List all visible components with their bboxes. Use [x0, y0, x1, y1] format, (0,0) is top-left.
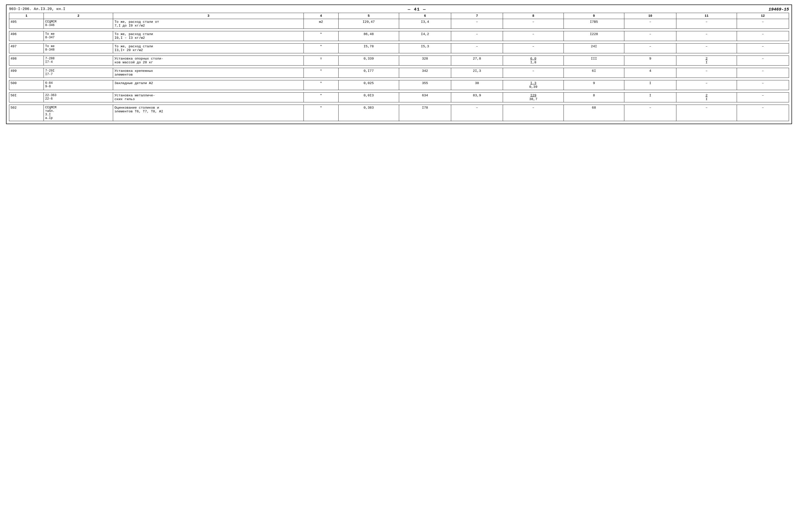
- row-col8: –: [503, 43, 564, 53]
- col5-header: 5: [338, 13, 399, 19]
- row-col11: 2I: [676, 93, 737, 102]
- col3-header: 3: [113, 13, 304, 19]
- row-number: 497: [9, 43, 44, 53]
- row-col9: 9: [564, 80, 624, 90]
- row-col11: –: [676, 19, 737, 29]
- row-code: То же 8-347: [44, 31, 113, 41]
- row-unit: ": [304, 31, 338, 41]
- row-col10: I: [624, 80, 677, 90]
- table-row: 495ССЦМСМ 8-346То же, расход стали от 7,…: [9, 19, 789, 29]
- row-col9: III: [564, 56, 624, 65]
- row-col7: –: [451, 43, 503, 53]
- row-description: То же, расход стали I0,I – I3 кг/м2: [113, 31, 304, 41]
- row-col6: I78: [399, 105, 451, 121]
- col4-header: 4: [304, 13, 338, 19]
- row-col11: –: [676, 31, 737, 41]
- header-right: 19469-15: [768, 7, 789, 12]
- row-col5: I5,78: [338, 43, 399, 53]
- row-col10: –: [624, 43, 677, 53]
- row-unit: ": [304, 80, 338, 90]
- row-code: 22-363 22-6: [44, 93, 113, 102]
- row-col6: I4,2: [399, 31, 451, 41]
- row-number: 500: [9, 80, 44, 90]
- row-col6: 634: [399, 93, 451, 102]
- row-unit: ": [304, 68, 338, 78]
- row-col6: I3,4: [399, 19, 451, 29]
- row-col12: –: [737, 68, 789, 78]
- header-left: 903-I-206. Ал.I3.20, кн.I: [9, 7, 65, 11]
- col10-header: 10: [624, 13, 677, 19]
- row-col7: –: [451, 105, 503, 121]
- row-number: 495: [9, 19, 44, 29]
- row-col12: –: [737, 93, 789, 102]
- row-col7: 27,8: [451, 56, 503, 65]
- row-col6: 355: [399, 80, 451, 90]
- row-col7: 2I,3: [451, 68, 503, 78]
- row-col11: –: [676, 105, 737, 121]
- row-description: Закладные детали А2: [113, 80, 304, 90]
- row-number: 502: [9, 105, 44, 121]
- row-col9: 6I: [564, 68, 624, 78]
- row-col8: –: [503, 68, 564, 78]
- row-col7: –: [451, 19, 503, 29]
- row-col11: –: [676, 68, 737, 78]
- row-col7: 38: [451, 80, 503, 90]
- row-col12: –: [737, 80, 789, 90]
- header-row: 1 2 3 4 5 6 7 8 9 10 11 12: [9, 13, 789, 19]
- row-number: 498: [9, 56, 44, 65]
- row-col7: 83,9: [451, 93, 503, 102]
- row-col9: 68: [564, 105, 624, 121]
- table-row: 497То же 8-348То же, расход стали I3,I+ …: [9, 43, 789, 53]
- row-col10: 9: [624, 56, 677, 65]
- row-code: ССЦМСМ табл. 3.I а.Iр: [44, 105, 113, 121]
- row-description: То же, расход стали I3,I+ 20 кг/м2: [113, 43, 304, 53]
- col11-header: 11: [676, 13, 737, 19]
- row-col9: 24I: [564, 43, 624, 53]
- row-unit: т: [304, 56, 338, 65]
- row-code: 7-288 I7-4: [44, 56, 113, 65]
- row-col12: –: [737, 56, 789, 65]
- row-col7: –: [451, 31, 503, 41]
- col7-header: 7: [451, 13, 503, 19]
- row-description: Установка крепежных элементов: [113, 68, 304, 78]
- row-col9: I228: [564, 31, 624, 41]
- row-description: Оцинкование столиков и элементов Т6, Т7,…: [113, 105, 304, 121]
- row-col8: –: [503, 19, 564, 29]
- col2-header: 2: [44, 13, 113, 19]
- row-col5: I29,47: [338, 19, 399, 29]
- row-col9: 8: [564, 93, 624, 102]
- header-center: — 41 —: [408, 7, 426, 12]
- row-col10: –: [624, 19, 677, 29]
- col6-header: 6: [399, 13, 451, 19]
- row-number: 496: [9, 31, 44, 41]
- row-number: 499: [9, 68, 44, 78]
- row-col5: 0,0I3: [338, 93, 399, 102]
- row-col8: –: [503, 105, 564, 121]
- table-row: 496То же 8-347То же, расход стали I0,I –…: [9, 31, 789, 41]
- row-col6: 328: [399, 56, 451, 65]
- row-unit: ": [304, 105, 338, 121]
- row-col10: 4: [624, 68, 677, 78]
- row-col5: 0,I77: [338, 68, 399, 78]
- row-col8: I,30,39: [503, 80, 564, 90]
- row-code: ССЦМСМ 8-346: [44, 19, 113, 29]
- row-col12: –: [737, 19, 789, 29]
- row-col11: 2I: [676, 56, 737, 65]
- table-row: 5006-84 9-8Закладные детали А2"0,0253553…: [9, 80, 789, 90]
- row-col5: 86,48: [338, 31, 399, 41]
- row-unit: ": [304, 93, 338, 102]
- row-col5: 0,339: [338, 56, 399, 65]
- row-code: То же 8-348: [44, 43, 113, 53]
- row-code: 7-29I I7-7: [44, 68, 113, 78]
- row-unit: м2: [304, 19, 338, 29]
- row-description: То же, расход стали от 7,I до I0 кг/м2: [113, 19, 304, 29]
- col1-header: 1: [9, 13, 44, 19]
- row-unit: ": [304, 43, 338, 53]
- col9-header: 9: [564, 13, 624, 19]
- row-description: Установка металличе- ских гильз: [113, 93, 304, 102]
- row-col6: 342: [399, 68, 451, 78]
- main-table: 1 2 3 4 5 6 7 8 9 10 11 12 495ССЦМСМ 8-3…: [9, 13, 789, 121]
- row-number: 50I: [9, 93, 44, 102]
- row-col8: 6,0I,8: [503, 56, 564, 65]
- table-row: 4997-29I I7-7Установка крепежных элемент…: [9, 68, 789, 78]
